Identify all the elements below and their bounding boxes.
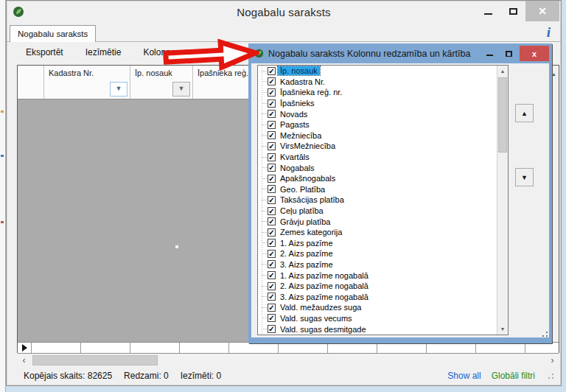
scroll-up-icon[interactable]: ▲ — [497, 69, 508, 74]
checkbox[interactable]: ✓ — [268, 304, 276, 312]
column-checkbox-item[interactable]: ✓3. Aizs pazīme — [258, 259, 497, 270]
column-checkbox-item[interactable]: ✓Īpašnieka reģ. nr. — [258, 87, 497, 98]
scrollbar-thumb[interactable] — [32, 355, 158, 365]
checkbox[interactable]: ✓ — [268, 175, 276, 183]
dialog-close-button[interactable]: x — [520, 46, 549, 61]
column-checkbox-item[interactable]: ✓Pagasts — [258, 119, 497, 130]
column-label: Zemes kategorija — [278, 228, 344, 237]
checkbox[interactable]: ✓ — [268, 153, 276, 161]
checkbox[interactable]: ✓ — [268, 217, 276, 225]
checkbox[interactable]: ✓ — [268, 99, 276, 108]
column-listbox: ✓Īp. nosauk✓Kadastra Nr.✓Īpašnieka reģ. … — [257, 65, 509, 335]
column-checkbox-item[interactable]: ✓Zemes kategorija — [258, 227, 497, 238]
checkbox[interactable]: ✓ — [268, 282, 276, 290]
tree-branch — [262, 103, 267, 104]
column-checkbox-item[interactable]: ✓Grāvju platība — [258, 216, 497, 227]
checkbox[interactable]: ✓ — [268, 228, 276, 237]
move-column-up-button[interactable]: ▲ — [515, 104, 534, 122]
checkbox[interactable]: ✓ — [268, 110, 276, 118]
column-checkbox-item[interactable]: ✓VirsMežniecība — [258, 141, 497, 152]
checkbox[interactable]: ✓ — [268, 271, 276, 279]
checkbox[interactable]: ✓ — [268, 325, 276, 333]
column-checkbox-item[interactable]: ✓1. Aizs pazīme nogabalā — [258, 270, 497, 281]
column-checkbox-item[interactable]: ✓Kadastra Nr. — [258, 77, 497, 88]
visible-count-label: Redzami: 0 — [124, 371, 169, 381]
column-label: Vald. sugas desmitgade — [278, 325, 368, 334]
row-arrow-icon — [22, 344, 27, 351]
scroll-left-icon[interactable]: ‹ — [18, 354, 30, 367]
checkbox[interactable]: ✓ — [268, 131, 276, 139]
maximize-button[interactable] — [500, 1, 525, 21]
list-vertical-scrollbar[interactable]: ▲ ▼ — [497, 66, 508, 335]
column-checkbox-item[interactable]: ✓Apakšnogabals — [258, 173, 497, 184]
tab-nogabalu-saraksts[interactable]: Nogabalu saraksts — [10, 25, 96, 42]
checkbox[interactable]: ✓ — [268, 207, 276, 215]
tree-branch — [262, 221, 267, 222]
scrollbar-thumb[interactable] — [498, 77, 507, 153]
tree-branch — [262, 71, 267, 71]
tree-branch — [262, 135, 267, 136]
checkbox[interactable]: ✓ — [268, 164, 276, 172]
column-header-kadastra-nr[interactable]: Kadastra Nr. ▼ — [44, 66, 130, 99]
column-checkbox-item[interactable]: ✓Novads — [258, 108, 497, 119]
scroll-right-icon[interactable]: › — [546, 354, 559, 367]
filter-dropdown-icon[interactable]: ▼ — [110, 82, 127, 97]
column-checkbox-item[interactable]: ✓Īp. nosauk — [258, 66, 497, 77]
column-checkbox-item[interactable]: ✓2. Aizs pazīme — [258, 248, 497, 259]
global-filters-link[interactable]: Globāli filtri — [492, 371, 535, 381]
column-checkbox-item[interactable]: ✓1. Aizs pazīme — [258, 238, 497, 249]
column-checkbox-item[interactable]: ✓Taksācijas platība — [258, 195, 497, 206]
checkbox[interactable]: ✓ — [268, 260, 276, 268]
checkbox[interactable]: ✓ — [268, 239, 276, 247]
dialog-maximize-button[interactable] — [500, 51, 517, 57]
checkbox[interactable]: ✓ — [268, 77, 276, 85]
column-checkbox-item[interactable]: ✓3. Aizs pazīme nogabalā — [258, 291, 497, 302]
grid-new-row[interactable] — [18, 342, 559, 353]
column-checkbox-item[interactable]: ✓Ceļu platība — [258, 206, 497, 217]
dialog-minimize-button[interactable] — [481, 47, 497, 60]
filter-dropdown-icon[interactable]: ▼ — [172, 82, 190, 97]
checkbox[interactable]: ✓ — [268, 88, 276, 97]
info-icon[interactable]: i — [547, 24, 551, 41]
column-label: Kvartāls — [278, 153, 312, 161]
menu-iezimetie[interactable]: Iezīmētie — [84, 45, 123, 60]
column-checkbox-item[interactable]: ✓Mežniecība — [258, 130, 497, 141]
show-all-link[interactable]: Show all — [447, 371, 481, 381]
close-button[interactable]: ✕ — [525, 1, 559, 21]
checkbox[interactable]: ✓ — [268, 185, 276, 193]
column-checkbox-item[interactable]: ✓Īpašnieks — [258, 98, 497, 109]
tree-branch — [262, 200, 267, 200]
resize-grip[interactable] — [547, 372, 554, 379]
move-column-down-button[interactable]: ▼ — [515, 168, 534, 186]
column-label: Apakšnogabals — [278, 174, 338, 183]
checkbox[interactable]: ✓ — [268, 250, 276, 258]
column-label: Vald. sugas vecums — [278, 314, 354, 323]
annotation-arrow-icon — [161, 37, 260, 74]
column-checkbox-item[interactable]: ✓Vald. sugas vecums — [258, 313, 497, 324]
minimize-button[interactable] — [475, 1, 500, 21]
column-checkbox-item[interactable]: ✓Geo. Platība — [258, 184, 497, 195]
horizontal-scrollbar[interactable]: ‹ › — [18, 353, 559, 367]
checkbox[interactable]: ✓ — [268, 293, 276, 301]
column-header-label: Kadastra Nr. — [49, 69, 94, 77]
status-bar: Kopējais skaits: 82625 Redzami: 0 Iezīmē… — [7, 367, 560, 385]
dialog-resize-grip[interactable] — [541, 330, 548, 337]
checkbox[interactable]: ✓ — [268, 142, 276, 150]
column-label: Taksācijas platība — [278, 195, 346, 204]
scroll-down-icon[interactable]: ▼ — [497, 326, 508, 332]
column-checkbox-item[interactable]: ✓Kvartāls — [258, 152, 497, 163]
column-checkbox-item[interactable]: ✓2. Aizs pazīme nogabalā — [258, 281, 497, 292]
dialog-titlebar[interactable]: Nogabalu saraksts Kolonnu redzamība un k… — [248, 43, 552, 63]
tree-branch — [262, 307, 267, 308]
checkbox[interactable]: ✓ — [268, 314, 276, 322]
row-selector-header[interactable] — [18, 66, 44, 99]
column-checkbox-item[interactable]: ✓Vald. sugas desmitgade — [258, 323, 497, 335]
menu-eksportet[interactable]: Eksportēt — [24, 45, 65, 60]
checkbox[interactable]: ✓ — [268, 67, 276, 75]
checkbox[interactable]: ✓ — [268, 196, 276, 204]
column-checkbox-item[interactable]: ✓Nogabals — [258, 162, 497, 173]
background-artifact — [1, 155, 4, 157]
column-checkbox-item[interactable]: ✓Vald. mežaudzes suga — [258, 302, 497, 313]
column-label: Īp. nosauk — [278, 66, 320, 75]
checkbox[interactable]: ✓ — [268, 121, 276, 129]
